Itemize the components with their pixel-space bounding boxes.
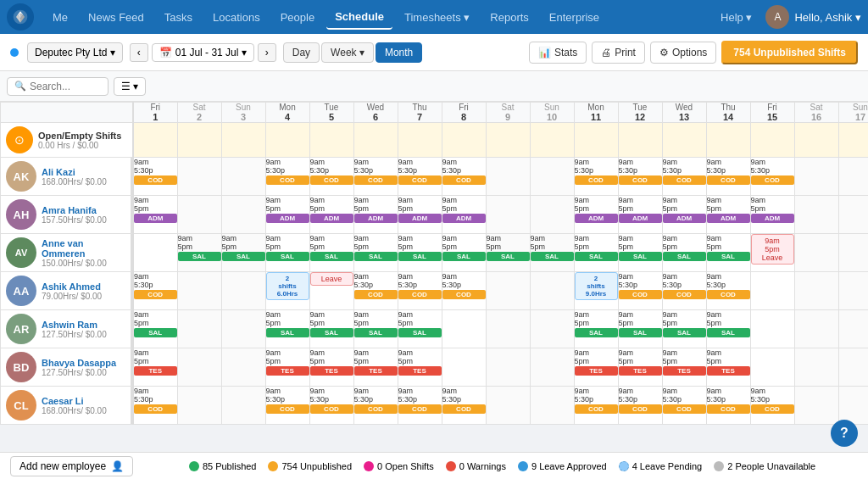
date-range-label[interactable]: 📅 01 Jul - 31 Jul ▾ [152, 43, 254, 62]
ashik-d7[interactable]: 9am5:30pCOD [398, 272, 442, 310]
amra-d3[interactable] [221, 196, 265, 234]
week-view-button[interactable]: Week ▾ [321, 42, 374, 63]
ashik-d5[interactable]: Leave [309, 272, 353, 310]
add-employee-button[interactable]: Add new employee 👤 [10, 456, 133, 476]
ashik-d11[interactable]: 2shifts9.0Hrs [574, 272, 618, 310]
ashik-d4[interactable]: 2shifts6.0Hrs [265, 272, 309, 310]
anne-name[interactable]: Anne van Ommeren [42, 238, 125, 259]
ashwin-d7[interactable]: 9am5pmSAL [398, 310, 442, 348]
anne-d5[interactable]: 9am5pmSAL [309, 234, 353, 272]
open-d1[interactable] [133, 123, 177, 158]
anne-d4[interactable]: 9am5pmSAL [265, 234, 309, 272]
ashwin-d10[interactable] [530, 310, 574, 348]
ashik-ahmed-name[interactable]: Ashik Ahmed [42, 281, 125, 292]
open-d17[interactable] [838, 123, 868, 158]
bhavya-d5[interactable]: 9am5pmTES [309, 348, 353, 387]
ashik-d15[interactable] [750, 272, 794, 310]
user-avatar[interactable]: A [765, 5, 789, 29]
nav-locations[interactable]: Locations [204, 6, 269, 29]
location-selector[interactable]: Deputec Pty Ltd ▾ [27, 42, 123, 63]
nav-newsfeed[interactable]: News Feed [80, 6, 153, 29]
bhavya-d15[interactable] [750, 348, 794, 387]
ali-d15[interactable]: 9am5:30pCOD [750, 158, 794, 196]
amra-hanifa-name[interactable]: Amra Hanifa [42, 205, 125, 215]
amra-d12[interactable]: 9am5pmADM [618, 196, 662, 234]
ali-d3[interactable] [221, 158, 265, 196]
bhavya-d1[interactable]: 9am5pmTES [133, 348, 177, 387]
bhavya-d9[interactable] [486, 348, 530, 387]
amra-d14[interactable]: 9am5pmADM [706, 196, 750, 234]
bhavya-d7[interactable]: 9am5pmTES [398, 348, 442, 387]
bhavya-d3[interactable] [221, 348, 265, 387]
open-d11[interactable] [574, 123, 618, 158]
ali-d10[interactable] [530, 158, 574, 196]
anne-d17[interactable] [838, 234, 868, 272]
ashik-d10[interactable] [530, 272, 574, 310]
nav-enterprise[interactable]: Enterprise [541, 6, 608, 29]
bhavya-d12[interactable]: 9am5pmTES [618, 348, 662, 387]
nav-timesheets[interactable]: Timesheets ▾ [396, 6, 478, 29]
ali-d17[interactable] [838, 158, 868, 196]
nav-tasks[interactable]: Tasks [156, 6, 201, 29]
ali-d14[interactable]: 9am5:30pCOD [706, 158, 750, 196]
open-d2[interactable] [177, 123, 221, 158]
amra-d4[interactable]: 9am5pmADM [265, 196, 309, 234]
nav-me[interactable]: Me [44, 6, 76, 29]
anne-d1[interactable] [133, 234, 177, 272]
bhavya-d10[interactable] [530, 348, 574, 387]
bhavya-d17[interactable] [838, 348, 868, 387]
month-view-button[interactable]: Month [376, 42, 422, 63]
anne-d13[interactable]: 9am5pmSAL [662, 234, 706, 272]
anne-d3[interactable]: 9am5pmSAL [221, 234, 265, 272]
ali-d6[interactable]: 9am5:30pCOD [353, 158, 398, 196]
anne-d16[interactable] [794, 234, 838, 272]
amra-d9[interactable] [486, 196, 530, 234]
caesar-d2[interactable] [177, 387, 221, 425]
open-d15[interactable] [750, 123, 794, 158]
caesar-d14[interactable]: 9am5:30pCOD [706, 387, 750, 425]
caesar-d11[interactable]: 9am5:30pCOD [574, 387, 618, 425]
caesar-d4[interactable]: 9am5:30pCOD [265, 387, 309, 425]
amra-d10[interactable] [530, 196, 574, 234]
prev-date-button[interactable]: ‹ [130, 43, 148, 62]
ashik-d3[interactable] [221, 272, 265, 310]
amra-d2[interactable] [177, 196, 221, 234]
anne-d15[interactable]: 9am5pmLeave [750, 234, 794, 272]
nav-people[interactable]: People [272, 6, 323, 29]
ashwin-d16[interactable] [794, 310, 838, 348]
amra-d8[interactable]: 9am5pmADM [442, 196, 486, 234]
ashik-d16[interactable] [794, 272, 838, 310]
bhavya-d8[interactable] [442, 348, 486, 387]
ali-kazi-name[interactable]: Ali Kazi [42, 167, 125, 177]
bhavya-d4[interactable]: 9am5pmTES [265, 348, 309, 387]
day-view-button[interactable]: Day [283, 42, 320, 63]
ali-d8[interactable]: 9am5:30pCOD [442, 158, 486, 196]
bhavya-d6[interactable]: 9am5pmTES [353, 348, 398, 387]
ali-d9[interactable] [486, 158, 530, 196]
amra-d7[interactable]: 9am5pmADM [398, 196, 442, 234]
caesar-d6[interactable]: 9am5:30pCOD [353, 387, 398, 425]
open-d14[interactable] [706, 123, 750, 158]
open-d9[interactable] [486, 123, 530, 158]
bhavya-d14[interactable]: 9am5pmTES [706, 348, 750, 387]
ashwin-d17[interactable] [838, 310, 868, 348]
caesar-d16[interactable] [794, 387, 838, 425]
open-d16[interactable] [794, 123, 838, 158]
amra-d5[interactable]: 9am5pmADM [309, 196, 353, 234]
open-d13[interactable] [662, 123, 706, 158]
ali-d5[interactable]: 9am5:30pCOD [309, 158, 353, 196]
ashwin-d13[interactable]: 9am5pmSAL [662, 310, 706, 348]
anne-d12[interactable]: 9am5pmSAL [618, 234, 662, 272]
ashik-d17[interactable] [838, 272, 868, 310]
amra-d17[interactable] [838, 196, 868, 234]
amra-d15[interactable]: 9am5pmADM [750, 196, 794, 234]
ashik-d13[interactable]: 9am5:30pCOD [662, 272, 706, 310]
amra-d11[interactable]: 9am5pmADM [574, 196, 618, 234]
ali-d4[interactable]: 9am5:30pCOD [265, 158, 309, 196]
ashwin-d3[interactable] [221, 310, 265, 348]
nav-reports[interactable]: Reports [481, 6, 537, 29]
ali-d1[interactable]: 9am5:30pCOD [133, 158, 177, 196]
caesar-d13[interactable]: 9am5:30pCOD [662, 387, 706, 425]
caesar-d5[interactable]: 9am5:30pCOD [309, 387, 353, 425]
ashwin-d9[interactable] [486, 310, 530, 348]
